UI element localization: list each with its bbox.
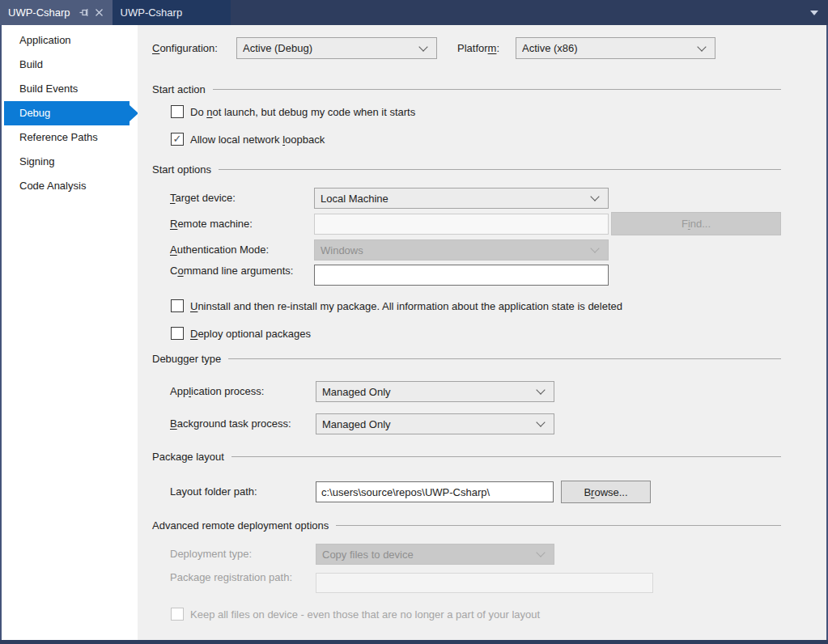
browse-button[interactable]: Browse... xyxy=(561,481,651,503)
remote-machine-input xyxy=(314,214,609,235)
target-device-label: Target device: xyxy=(170,188,236,209)
section-title: Start options xyxy=(152,163,211,176)
section-divider xyxy=(219,169,781,170)
uninstall-row: ✓ Uninstall and then re-install my packa… xyxy=(171,299,622,313)
deployment-type-label: Deployment type: xyxy=(170,544,252,565)
find-button: Find... xyxy=(611,212,781,235)
section-divider xyxy=(228,358,781,359)
chevron-down-icon xyxy=(536,385,545,394)
keep-files-checkbox: ✓ xyxy=(171,608,184,621)
layout-folder-path-input[interactable] xyxy=(316,481,554,502)
tab-label: UWP-Csharp xyxy=(121,6,183,19)
configuration-label: Configuration: xyxy=(152,37,218,59)
application-process-value: Managed Only xyxy=(322,386,391,398)
configuration-value: Active (Debug) xyxy=(243,42,312,54)
debugger-type-section-header: Debugger type xyxy=(152,353,781,365)
window-bottom-border xyxy=(0,640,828,644)
section-title: Advanced remote deployment options xyxy=(152,519,329,532)
loopback-row: ✓ Allow local network loopback xyxy=(171,132,325,146)
pin-icon[interactable] xyxy=(79,6,91,19)
configuration-dropdown[interactable]: Active (Debug) xyxy=(236,37,437,59)
command-line-arguments-label: Command line arguments: xyxy=(170,262,295,280)
do-not-launch-checkbox[interactable]: ✓ xyxy=(171,105,184,118)
sidebar-item-reference-paths[interactable]: Reference Paths xyxy=(4,125,138,150)
section-title: Package layout xyxy=(152,451,224,463)
sidebar-item-build[interactable]: Build xyxy=(4,53,138,77)
do-not-launch-label: Do not launch, but debug my code when it… xyxy=(190,106,415,118)
section-divider xyxy=(213,89,781,90)
chevron-down-icon xyxy=(697,42,706,51)
command-line-arguments-input[interactable] xyxy=(314,265,609,286)
authentication-mode-value: Windows xyxy=(321,244,363,256)
target-device-value: Local Machine xyxy=(321,193,389,205)
sidebar-item-debug[interactable]: Debug xyxy=(4,101,130,125)
start-options-section-header: Start options xyxy=(152,163,781,176)
deploy-optional-checkbox[interactable]: ✓ xyxy=(171,327,184,340)
package-registration-path-label: Package registration path: xyxy=(170,569,299,587)
remote-machine-label: Remote machine: xyxy=(170,214,253,235)
sidebar-item-application[interactable]: Application xyxy=(4,28,138,53)
section-divider xyxy=(231,456,781,457)
tab-label: UWP-Csharp xyxy=(8,6,70,19)
do-not-launch-row: ✓ Do not launch, but debug my code when … xyxy=(171,104,415,119)
deployment-type-dropdown: Copy files to device xyxy=(316,544,554,565)
deploy-optional-label: Deploy optional packages xyxy=(190,328,311,340)
platform-label: Platform: xyxy=(457,37,499,59)
application-process-dropdown[interactable]: Managed Only xyxy=(316,381,554,402)
sidebar-item-signing[interactable]: Signing xyxy=(4,150,138,174)
chevron-down-icon xyxy=(590,192,599,201)
background-task-process-dropdown[interactable]: Managed Only xyxy=(316,413,554,434)
tab-uwp-csharp-focused[interactable]: UWP-Csharp xyxy=(0,0,113,25)
application-process-label: Application process: xyxy=(170,381,264,402)
sidebar-item-code-analysis[interactable]: Code Analysis xyxy=(4,174,138,198)
loopback-label: Allow local network loopback xyxy=(190,133,325,146)
sidebar-item-build-events[interactable]: Build Events xyxy=(4,77,138,101)
background-task-process-label: Background task process: xyxy=(170,413,291,434)
advanced-options-section-header: Advanced remote deployment options xyxy=(152,519,781,532)
authentication-mode-dropdown: Windows xyxy=(314,239,609,261)
section-divider xyxy=(336,525,781,526)
keep-files-label: Keep all files on device - even those th… xyxy=(190,608,540,621)
chevron-down-icon xyxy=(590,244,599,252)
layout-folder-path-label: Layout folder path: xyxy=(170,481,257,502)
loopback-checkbox[interactable]: ✓ xyxy=(171,133,184,146)
deployment-type-value: Copy files to device xyxy=(322,549,414,561)
uninstall-label: Uninstall and then re-install my package… xyxy=(190,300,622,312)
platform-value: Active (x86) xyxy=(522,42,578,54)
background-task-process-value: Managed Only xyxy=(322,418,391,430)
chevron-down-icon xyxy=(418,42,427,51)
property-pages-sidebar: Application Build Build Events Debug Ref… xyxy=(2,25,138,640)
keep-files-row: ✓ Keep all files on device - even those … xyxy=(171,607,540,621)
tab-uwp-csharp-unfocused[interactable]: UWP-Csharp xyxy=(113,0,231,25)
project-properties-window: UWP-Csharp UWP-Csharp Application Build … xyxy=(0,0,828,644)
target-device-dropdown[interactable]: Local Machine xyxy=(314,188,609,209)
authentication-mode-label: Authentication Mode: xyxy=(170,239,269,261)
close-icon[interactable] xyxy=(93,6,106,19)
tab-list-chevron-down-icon[interactable] xyxy=(810,11,818,15)
chevron-down-icon xyxy=(536,417,545,426)
package-registration-path-input xyxy=(316,573,653,593)
platform-dropdown[interactable]: Active (x86) xyxy=(516,37,715,59)
uninstall-checkbox[interactable]: ✓ xyxy=(171,299,184,312)
debug-page-content: Configuration: Active (Debug) Platform: … xyxy=(138,25,826,640)
check-icon: ✓ xyxy=(173,133,182,144)
package-layout-section-header: Package layout xyxy=(152,451,781,463)
document-tab-bar: UWP-Csharp UWP-Csharp xyxy=(0,0,828,25)
start-action-section-header: Start action xyxy=(152,83,781,95)
deploy-optional-row: ✓ Deploy optional packages xyxy=(171,326,311,341)
chevron-down-icon xyxy=(536,548,545,557)
section-title: Debugger type xyxy=(152,353,221,365)
section-title: Start action xyxy=(152,83,206,95)
